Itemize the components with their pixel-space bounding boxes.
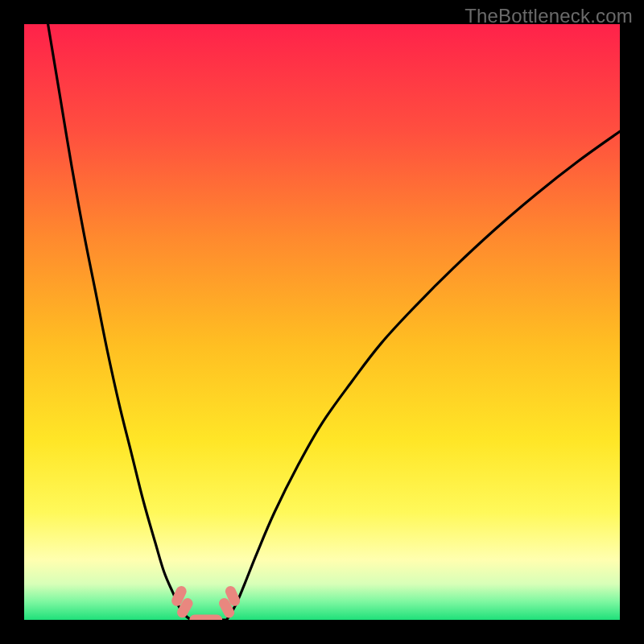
- marker-point: [201, 615, 222, 621]
- plot-area: [24, 24, 620, 620]
- chart-frame: TheBottleneck.com: [0, 0, 644, 644]
- svg-rect-3: [201, 615, 222, 621]
- gradient-background: [24, 24, 620, 620]
- chart-svg: [24, 24, 620, 620]
